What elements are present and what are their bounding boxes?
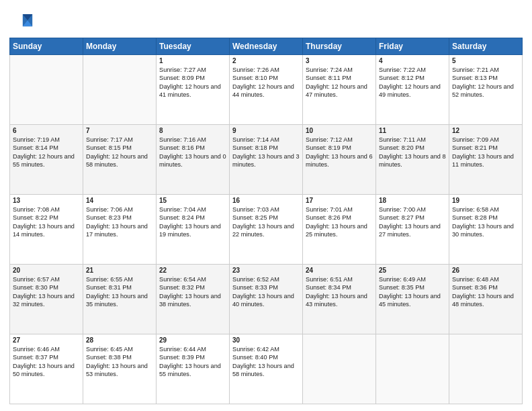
calendar-cell: 12Sunrise: 7:09 AMSunset: 8:21 PMDayligh… [449,125,523,195]
calendar-cell: 25Sunrise: 6:49 AMSunset: 8:35 PMDayligh… [376,265,449,334]
day-content: Sunrise: 7:04 AMSunset: 8:24 PMDaylight:… [159,205,226,239]
day-content: Sunrise: 6:57 AMSunset: 8:30 PMDaylight:… [13,275,80,309]
day-number: 10 [306,127,373,134]
calendar-cell: 20Sunrise: 6:57 AMSunset: 8:30 PMDayligh… [10,265,83,334]
day-content: Sunrise: 7:03 AMSunset: 8:25 PMDaylight:… [232,205,300,239]
calendar-cell: 8Sunrise: 7:16 AMSunset: 8:16 PMDaylight… [157,125,230,195]
day-content: Sunrise: 7:24 AMSunset: 8:11 PMDaylight:… [306,66,373,99]
day-content: Sunrise: 6:45 AMSunset: 8:38 PMDaylight:… [86,345,153,379]
calendar-cell: 18Sunrise: 7:00 AMSunset: 8:27 PMDayligh… [376,195,449,265]
day-content: Sunrise: 6:52 AMSunset: 8:33 PMDaylight:… [232,275,300,309]
calendar-cell: 3Sunrise: 7:24 AMSunset: 8:11 PMDaylight… [303,55,376,125]
calendar-cell: 21Sunrise: 6:55 AMSunset: 8:31 PMDayligh… [83,265,157,334]
day-number: 6 [13,127,80,134]
day-content: Sunrise: 7:01 AMSunset: 8:26 PMDaylight:… [306,205,373,239]
calendar-cell: 17Sunrise: 7:01 AMSunset: 8:26 PMDayligh… [303,195,376,265]
day-number: 22 [159,267,226,274]
calendar-cell: 2Sunrise: 7:26 AMSunset: 8:10 PMDaylight… [230,55,303,125]
calendar-cell: 16Sunrise: 7:03 AMSunset: 8:25 PMDayligh… [230,195,303,265]
calendar-cell: 24Sunrise: 6:51 AMSunset: 8:34 PMDayligh… [303,265,376,334]
calendar-cell: 28Sunrise: 6:45 AMSunset: 8:38 PMDayligh… [83,334,157,404]
day-number: 27 [13,336,80,344]
weekday-header-friday: Friday [376,38,449,55]
day-number: 12 [452,127,519,134]
calendar-cell: 23Sunrise: 6:52 AMSunset: 8:33 PMDayligh… [230,265,303,334]
header [9,7,523,34]
weekday-header-monday: Monday [83,38,157,55]
day-content: Sunrise: 6:44 AMSunset: 8:39 PMDaylight:… [159,345,226,379]
day-content: Sunrise: 7:08 AMSunset: 8:22 PMDaylight:… [13,205,80,239]
calendar-cell: 30Sunrise: 6:42 AMSunset: 8:40 PMDayligh… [230,334,303,404]
day-content: Sunrise: 7:12 AMSunset: 8:19 PMDaylight:… [306,136,373,169]
calendar-cell [83,55,157,125]
day-number: 26 [452,267,519,274]
day-content: Sunrise: 7:11 AMSunset: 8:20 PMDaylight:… [379,136,446,169]
day-number: 18 [379,197,446,204]
day-content: Sunrise: 6:51 AMSunset: 8:34 PMDaylight:… [306,275,373,309]
calendar-cell: 9Sunrise: 7:14 AMSunset: 8:18 PMDaylight… [230,125,303,195]
day-number: 11 [379,127,446,134]
day-number: 14 [86,197,153,204]
calendar-cell: 1Sunrise: 7:27 AMSunset: 8:09 PMDaylight… [157,55,230,125]
calendar-cell: 5Sunrise: 7:21 AMSunset: 8:13 PMDaylight… [449,55,523,125]
day-number: 16 [232,197,300,204]
calendar-cell [10,55,83,125]
calendar-cell: 13Sunrise: 7:08 AMSunset: 8:22 PMDayligh… [10,195,83,265]
calendar-cell: 29Sunrise: 6:44 AMSunset: 8:39 PMDayligh… [157,334,230,404]
calendar-cell [376,334,449,404]
calendar-cell: 26Sunrise: 6:48 AMSunset: 8:36 PMDayligh… [449,265,523,334]
calendar-cell: 22Sunrise: 6:54 AMSunset: 8:32 PMDayligh… [157,265,230,334]
day-number: 19 [452,197,519,204]
day-number: 21 [86,267,153,274]
day-number: 17 [306,197,373,204]
page: SundayMondayTuesdayWednesdayThursdayFrid… [0,0,532,411]
day-number: 29 [159,336,226,344]
day-number: 2 [232,57,300,64]
day-number: 13 [13,197,80,204]
generalblue-icon [9,9,34,34]
day-content: Sunrise: 7:16 AMSunset: 8:16 PMDaylight:… [159,136,226,169]
calendar-cell: 7Sunrise: 7:17 AMSunset: 8:15 PMDaylight… [83,125,157,195]
calendar-cell: 6Sunrise: 7:19 AMSunset: 8:14 PMDaylight… [10,125,83,195]
day-number: 23 [232,267,300,274]
day-content: Sunrise: 6:58 AMSunset: 8:28 PMDaylight:… [452,205,519,239]
day-number: 8 [159,127,226,134]
day-content: Sunrise: 7:06 AMSunset: 8:23 PMDaylight:… [86,205,153,239]
calendar-cell: 15Sunrise: 7:04 AMSunset: 8:24 PMDayligh… [157,195,230,265]
day-content: Sunrise: 7:00 AMSunset: 8:27 PMDaylight:… [379,205,446,239]
day-content: Sunrise: 6:46 AMSunset: 8:37 PMDaylight:… [13,345,80,379]
weekday-header-saturday: Saturday [449,38,523,55]
weekday-header-wednesday: Wednesday [230,38,303,55]
calendar-cell: 27Sunrise: 6:46 AMSunset: 8:37 PMDayligh… [10,334,83,404]
day-number: 9 [232,127,300,134]
logo [9,9,36,34]
day-content: Sunrise: 7:17 AMSunset: 8:15 PMDaylight:… [86,136,153,169]
calendar-cell [449,334,523,404]
day-number: 30 [232,336,300,344]
calendar-cell: 10Sunrise: 7:12 AMSunset: 8:19 PMDayligh… [303,125,376,195]
day-number: 15 [159,197,226,204]
calendar-cell [303,334,376,404]
calendar-cell: 4Sunrise: 7:22 AMSunset: 8:12 PMDaylight… [376,55,449,125]
weekday-header-thursday: Thursday [303,38,376,55]
calendar: SundayMondayTuesdayWednesdayThursdayFrid… [9,38,523,404]
day-number: 4 [379,57,446,64]
day-content: Sunrise: 7:27 AMSunset: 8:09 PMDaylight:… [159,66,226,99]
day-content: Sunrise: 7:26 AMSunset: 8:10 PMDaylight:… [232,66,300,99]
day-number: 7 [86,127,153,134]
calendar-cell: 19Sunrise: 6:58 AMSunset: 8:28 PMDayligh… [449,195,523,265]
day-content: Sunrise: 6:54 AMSunset: 8:32 PMDaylight:… [159,275,226,309]
day-number: 25 [379,267,446,274]
day-content: Sunrise: 6:48 AMSunset: 8:36 PMDaylight:… [452,275,519,309]
day-content: Sunrise: 7:22 AMSunset: 8:12 PMDaylight:… [379,66,446,99]
weekday-header-tuesday: Tuesday [157,38,230,55]
day-number: 3 [306,57,373,64]
day-number: 5 [452,57,519,64]
day-content: Sunrise: 7:09 AMSunset: 8:21 PMDaylight:… [452,136,519,169]
day-content: Sunrise: 6:55 AMSunset: 8:31 PMDaylight:… [86,275,153,309]
day-number: 28 [86,336,153,344]
day-number: 1 [159,57,226,64]
weekday-header-sunday: Sunday [10,38,83,55]
day-content: Sunrise: 7:19 AMSunset: 8:14 PMDaylight:… [13,136,80,169]
calendar-cell: 11Sunrise: 7:11 AMSunset: 8:20 PMDayligh… [376,125,449,195]
